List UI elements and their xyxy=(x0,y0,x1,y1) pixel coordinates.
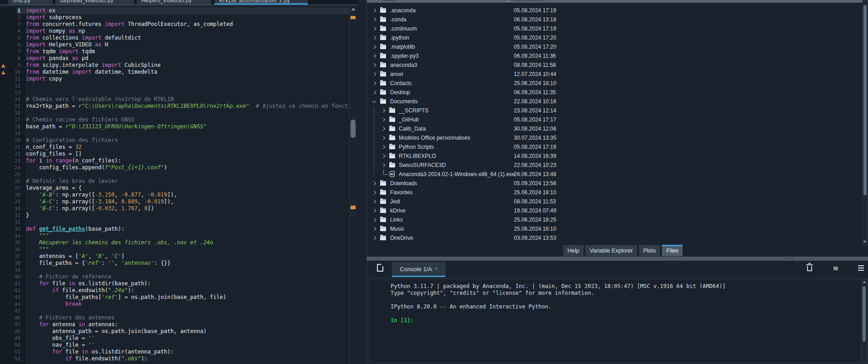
gutter-line[interactable]: 3 xyxy=(0,21,26,28)
gutter-line[interactable]: 45 xyxy=(0,308,26,314)
gutter-line[interactable]: 28 xyxy=(0,192,26,198)
chevron-right-icon[interactable] xyxy=(372,36,376,40)
gutter-line[interactable]: 16 xyxy=(0,110,26,116)
gutter-line[interactable]: 36 xyxy=(0,246,26,253)
gutter-line[interactable]: 51 xyxy=(0,349,26,355)
code-line[interactable]: # Chemin racine des fichiers GNSS xyxy=(26,116,349,123)
code-line[interactable]: from datetime import datetime, timedelta xyxy=(26,69,349,76)
gutter-line[interactable]: 18 xyxy=(0,123,26,130)
gutter-line[interactable]: 50 xyxy=(0,342,26,349)
code-line[interactable] xyxy=(26,308,349,314)
code-line[interactable]: rnx2rtkp_path = r"C:\Users\rapha\Documen… xyxy=(26,103,349,110)
code-line[interactable]: base_path = r"D:\231123_OFROU\Harkingen-… xyxy=(26,123,349,130)
gutter-line[interactable]: 15 xyxy=(0,103,26,110)
tab-files[interactable]: Files xyxy=(662,245,682,257)
gutter-line[interactable]: 30 xyxy=(0,205,26,212)
gutter-line[interactable]: 4 xyxy=(0,28,26,35)
file-row[interactable]: Links25.06.2024 18:25 xyxy=(367,215,862,224)
code-line[interactable]: import numpy as np xyxy=(26,28,349,35)
gutter-line[interactable]: 6 xyxy=(0,41,26,48)
trash-icon[interactable] xyxy=(807,266,812,271)
file-row[interactable]: Desktop06.09.2024 11:35 xyxy=(367,88,862,97)
gutter-line[interactable]: 48 xyxy=(0,328,26,335)
code-line[interactable] xyxy=(26,130,349,137)
gutter-line[interactable]: 12 xyxy=(0,82,26,89)
code-line[interactable]: if file.endswith(".obs"): xyxy=(26,355,349,362)
file-row[interactable]: Documents22.08.2024 10:16 xyxy=(367,97,862,106)
chevron-right-icon[interactable] xyxy=(372,182,376,185)
tab-help[interactable]: Help xyxy=(563,245,584,257)
close-icon[interactable]: × xyxy=(435,266,437,271)
chevron-right-icon[interactable] xyxy=(381,154,385,158)
chevron-right-icon[interactable] xyxy=(372,45,376,49)
chevron-right-icon[interactable] xyxy=(372,191,376,194)
code-line[interactable]: import pandas as pd xyxy=(26,55,349,62)
file-row[interactable]: .continuum05.08.2024 17:19 xyxy=(367,24,862,33)
gutter-line[interactable]: 2 xyxy=(0,14,26,21)
code-line[interactable]: config_files = [] xyxy=(26,151,349,157)
chevron-right-icon[interactable] xyxy=(372,54,376,58)
code-line[interactable]: antennas = ['A', 'B', 'C'] xyxy=(26,253,349,260)
gutter-line[interactable]: 8 xyxy=(0,55,26,62)
code-line[interactable]: if file.endswith(".24o"): xyxy=(26,287,349,294)
code-line[interactable]: 'B-C': np.array([-0.032, 1.767, 0]) xyxy=(26,205,349,212)
gutter-line[interactable]: ▲9 xyxy=(0,62,26,69)
chevron-right-icon[interactable] xyxy=(372,72,376,76)
editor-scrollbar[interactable] xyxy=(349,5,357,364)
code-line[interactable]: n_conf_files = 32 xyxy=(26,144,349,151)
tab-variable-explorer[interactable]: Variable Explorer xyxy=(585,245,637,257)
code-line[interactable] xyxy=(26,267,349,273)
chevron-right-icon[interactable] xyxy=(372,81,376,85)
code-line[interactable]: from tqdm import tqdm xyxy=(26,48,349,55)
gutter-line[interactable]: 7 xyxy=(0,48,26,55)
gutter-line[interactable]: 40 xyxy=(0,273,26,280)
gutter-line[interactable]: 33 xyxy=(0,226,26,233)
new-console-icon[interactable] xyxy=(377,264,383,272)
console-body[interactable]: Python 3.11.7 | packaged by Anaconda, In… xyxy=(369,278,868,363)
chevron-right-icon[interactable] xyxy=(381,109,385,112)
code-line[interactable]: def get_file_paths(base_path): xyxy=(26,226,349,233)
code-line[interactable]: break xyxy=(26,301,349,308)
chevron-down-icon[interactable] xyxy=(372,99,376,103)
file-row[interactable]: Contacts25.06.2024 18:10 xyxy=(367,79,862,88)
file-row[interactable]: Calib_Data30.08.2024 12:06 xyxy=(367,124,862,133)
gutter-line[interactable]: 42 xyxy=(0,287,26,294)
chevron-right-icon[interactable] xyxy=(381,136,385,140)
code-area[interactable]: import osimport subprocessfrom concurren… xyxy=(26,7,349,364)
file-row[interactable]: .anaconda05.08.2024 17:19 xyxy=(367,6,862,15)
code-line[interactable]: """ xyxy=(26,246,349,253)
scrollbar-thumb[interactable] xyxy=(351,120,356,138)
chevron-right-icon[interactable] xyxy=(372,9,376,12)
code-line[interactable]: from collections import defaultdict xyxy=(26,35,349,41)
gutter-line[interactable]: 25 xyxy=(0,171,26,178)
code-line[interactable]: # Chemin vers l'exécutable rnx2rtkp de R… xyxy=(26,96,349,103)
chevron-right-icon[interactable] xyxy=(381,127,385,131)
editor-gutter[interactable]: 12345678▲9▲10111213141516171819202122232… xyxy=(0,7,26,364)
gutter-line[interactable]: 17 xyxy=(0,116,26,123)
chevron-right-icon[interactable] xyxy=(372,209,376,212)
file-row[interactable]: .conda06.08.2024 13:18 xyxy=(367,15,862,24)
gutter-line[interactable]: 38 xyxy=(0,260,26,267)
scroll-up-arrow-icon[interactable] xyxy=(351,8,356,10)
console-tab[interactable]: Console 1/A× xyxy=(392,262,446,277)
console-scrollbar[interactable] xyxy=(861,279,868,363)
file-row[interactable]: Favorites25.06.2024 18:10 xyxy=(367,188,862,197)
chevron-right-icon[interactable] xyxy=(372,218,376,222)
file-row[interactable]: __SCRIPTS23.08.2024 12:14 xyxy=(367,106,862,115)
file-row[interactable]: _GitHub05.08.2024 17:17 xyxy=(367,115,862,124)
file-row[interactable]: Modèles Office personnalisés30.07.2024 1… xyxy=(367,133,862,142)
gutter-line[interactable]: 11 xyxy=(0,76,26,82)
stop-square-icon[interactable] xyxy=(833,267,838,270)
gutter-line[interactable]: 32 xyxy=(0,219,26,226)
tab-plots[interactable]: Plots xyxy=(639,245,661,257)
code-line[interactable]: from scipy.interpolate import CubicSplin… xyxy=(26,62,349,69)
gutter-line[interactable]: 26 xyxy=(0,178,26,185)
chevron-right-icon[interactable] xyxy=(372,227,376,231)
gutter-line[interactable]: 22 xyxy=(0,151,26,157)
gutter-line[interactable]: 44 xyxy=(0,301,26,308)
chevron-right-icon[interactable] xyxy=(372,18,376,21)
code-line[interactable]: import copy xyxy=(26,76,349,82)
file-row[interactable]: 01Anaconda3-2024.02-1-Windows-x86_64 (1)… xyxy=(367,170,862,179)
gutter-line[interactable]: 47 xyxy=(0,321,26,328)
code-editor[interactable]: 12345678▲9▲10111213141516171819202122232… xyxy=(0,5,357,364)
